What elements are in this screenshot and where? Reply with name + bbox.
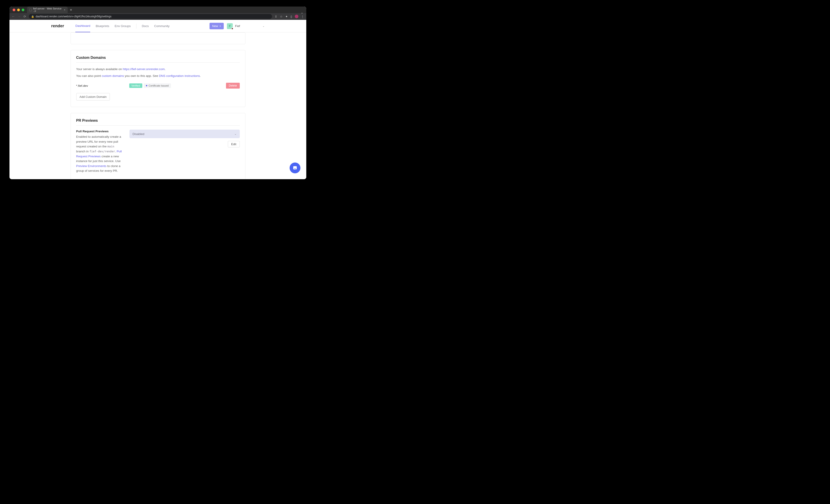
extensions-icon[interactable]: ✦	[285, 15, 288, 18]
text: .	[200, 74, 201, 77]
pr-previews-description: Pull Request Previews Enabled to automat…	[76, 130, 124, 173]
tabs-overflow-button[interactable]: ⌄	[301, 11, 303, 14]
nav-docs[interactable]: Docs	[142, 24, 149, 28]
nav-divider	[136, 24, 136, 29]
certificate-badge: Certificate Issued	[144, 83, 171, 88]
window-zoom-button[interactable]	[22, 8, 24, 11]
header-right: New + F Fief ⌄	[210, 23, 264, 29]
team-avatar: F	[227, 23, 233, 29]
pr-previews-select-value: Disabled	[133, 132, 145, 136]
team-name: Fief	[235, 24, 240, 28]
preview-environments-link[interactable]: Preview Environments	[76, 164, 106, 168]
dns-instructions-link[interactable]: DNS configuration instructions	[159, 74, 200, 77]
toolbar-right-icons: ⇪ ☆ ✦ ▯ ⋮	[275, 15, 304, 18]
primary-nav: Dashboard Blueprints Env Groups	[75, 20, 131, 32]
nav-community[interactable]: Community	[154, 24, 169, 28]
new-tab-button[interactable]: +	[70, 8, 72, 12]
chevron-down-icon: ⌄	[234, 132, 236, 135]
panel-pr-previews: PR Previews Pull Request Previews Enable…	[71, 113, 245, 179]
settings-content: Custom Domains Your server is always ava…	[71, 32, 245, 179]
pr-previews-edit-button[interactable]: Edit	[228, 141, 240, 147]
pr-previews-subheading: Pull Request Previews	[76, 130, 124, 133]
domain-hostname: *.fief.dev	[76, 84, 129, 88]
back-button[interactable]: ←	[12, 15, 15, 18]
browser-window: fief-server · Web Service · F × + ⌄ ← → …	[9, 6, 306, 179]
traffic-lights	[12, 8, 24, 11]
nav-blueprints[interactable]: Blueprints	[96, 20, 109, 32]
custom-domains-docs-link[interactable]: custom domains	[102, 74, 124, 77]
profile-avatar-button[interactable]	[295, 15, 298, 18]
panel-prev-cutoff	[71, 32, 245, 44]
verified-badge: Verified	[129, 83, 142, 88]
team-status-dot	[231, 28, 233, 30]
repo-code: fief-dev/render	[90, 150, 115, 153]
text: branch in	[76, 150, 90, 153]
team-avatar-initial: F	[229, 24, 231, 28]
text: .	[165, 67, 165, 71]
tab-title: fief-server · Web Service · F	[33, 7, 62, 12]
settings-scroll-area[interactable]: Custom Domains Your server is always ava…	[9, 32, 306, 179]
text: you own to this app. See	[124, 74, 159, 77]
url-text: dashboard.render.com/web/srv-c9gl41fho1k…	[36, 15, 111, 18]
chevron-down-icon: ⌄	[262, 25, 264, 28]
custom-domains-line2: You can also point custom domains you ow…	[76, 73, 240, 78]
browser-tab-active[interactable]: fief-server · Web Service · F ×	[27, 6, 68, 13]
domain-row: *.fief.dev Verified Certificate Issued D…	[76, 83, 240, 89]
text: Your server is always available on	[76, 67, 123, 71]
main-branch-code: main	[107, 145, 114, 148]
lock-icon: 🔒	[31, 15, 34, 18]
delete-domain-button[interactable]: Delete	[226, 83, 240, 89]
text: Enabled to automatically create a previe…	[76, 135, 121, 148]
share-icon[interactable]: ⇪	[275, 15, 277, 18]
nav-dashboard[interactable]: Dashboard	[75, 20, 90, 32]
bookmark-icon[interactable]: ☆	[280, 15, 283, 18]
default-domain-link[interactable]: https://fief-server.onrender.com	[123, 67, 165, 71]
intercom-launcher[interactable]	[290, 163, 300, 173]
panel-icon[interactable]: ▯	[290, 15, 292, 18]
pr-previews-body: Enabled to automatically create a previe…	[76, 134, 124, 173]
app-header: render Dashboard Blueprints Env Groups D…	[9, 20, 306, 32]
browser-tabs: fief-server · Web Service · F × +	[27, 6, 72, 13]
custom-domains-intro: Your server is always available on https…	[76, 67, 240, 72]
panel-custom-domains: Custom Domains Your server is always ava…	[71, 50, 245, 107]
new-button-label: New	[212, 24, 218, 28]
add-custom-domain-button[interactable]: Add Custom Domain	[76, 93, 110, 101]
forward-button[interactable]: →	[18, 15, 21, 18]
address-bar[interactable]: 🔒 dashboard.render.com/web/srv-c9gl41fho…	[29, 14, 272, 19]
team-switcher[interactable]: F Fief ⌄	[227, 23, 264, 29]
nav-envgroups[interactable]: Env Groups	[115, 20, 131, 32]
intercom-icon	[292, 165, 297, 170]
window-minimize-button[interactable]	[17, 8, 20, 11]
custom-domains-heading: Custom Domains	[76, 56, 240, 60]
pr-previews-select[interactable]: Disabled ⌄	[129, 130, 240, 138]
new-button[interactable]: New +	[210, 23, 224, 29]
divider	[76, 125, 240, 126]
pr-previews-row: Pull Request Previews Enabled to automat…	[76, 130, 240, 173]
reload-button[interactable]: ⟳	[24, 15, 26, 18]
plus-icon: +	[219, 24, 221, 28]
divider	[76, 62, 240, 63]
kebab-menu-icon[interactable]: ⋮	[301, 15, 304, 18]
text: You can also point	[76, 74, 102, 77]
close-icon[interactable]: ×	[64, 8, 65, 11]
svg-rect-0	[293, 166, 297, 169]
pr-previews-control: Disabled ⌄ Edit	[129, 130, 240, 173]
tab-favicon	[29, 8, 32, 11]
pr-previews-heading: PR Previews	[76, 119, 240, 123]
render-logo[interactable]: render	[51, 24, 64, 28]
app-root: render Dashboard Blueprints Env Groups D…	[9, 20, 306, 179]
secondary-nav: Docs Community	[142, 24, 170, 28]
window-close-button[interactable]	[12, 8, 15, 11]
browser-toolbar: ← → ⟳ 🔒 dashboard.render.com/web/srv-c9g…	[9, 13, 306, 20]
window-titlebar: fief-server · Web Service · F × + ⌄	[9, 6, 306, 13]
